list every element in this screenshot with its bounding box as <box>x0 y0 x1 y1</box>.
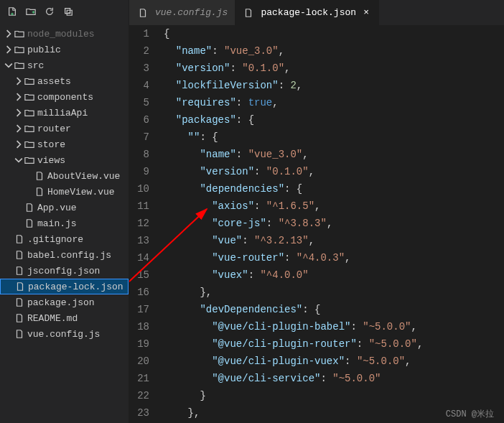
chevron-right-icon[interactable] <box>14 108 23 118</box>
file-icon <box>242 6 255 19</box>
code-line[interactable]: "vuex": "^4.0.0" <box>164 266 504 284</box>
tree-item--gitignore[interactable]: .gitignore <box>0 231 129 247</box>
tree-item-readme-md[interactable]: README.md <box>0 310 129 326</box>
file-icon <box>14 280 27 293</box>
line-number: 21 <box>129 370 149 387</box>
tree-item-label: views <box>37 155 65 166</box>
tree-item-main-js[interactable]: main.js <box>0 215 129 231</box>
folder-icon <box>23 138 36 151</box>
tree-item-components[interactable]: components <box>0 89 129 105</box>
code-line[interactable]: "packages": { <box>164 111 504 129</box>
explorer-toolbar <box>0 0 129 23</box>
editor-main: vue.config.jspackage-lock.json× 12345678… <box>129 0 504 423</box>
code-line[interactable]: "version": "0.1.0", <box>164 163 504 180</box>
file-icon <box>33 185 46 198</box>
tree-item-aboutview-vue[interactable]: AboutView.vue <box>0 168 129 184</box>
code-line[interactable]: { <box>164 25 504 42</box>
new-folder-icon[interactable] <box>24 5 37 18</box>
tree-item-public[interactable]: public <box>0 42 129 57</box>
code-line[interactable]: "vue": "^3.2.13", <box>164 232 504 249</box>
line-number: 4 <box>129 77 149 94</box>
collapse-all-icon[interactable] <box>62 5 75 18</box>
tree-item-label: public <box>27 45 61 55</box>
code-line[interactable]: "version": "0.1.0", <box>164 60 504 77</box>
file-tree: node_modulespublicsrcassetscomponentsmil… <box>0 23 129 423</box>
tree-item-label: App.vue <box>37 203 77 213</box>
code-line[interactable]: "requires": true, <box>164 94 504 111</box>
code-line[interactable]: "@vue/cli-plugin-babel": "~5.0.0", <box>164 318 504 335</box>
line-number: 3 <box>129 60 149 77</box>
tree-item-babel-config-js[interactable]: babel.config.js <box>0 247 129 263</box>
code-line[interactable]: "@vue/cli-plugin-router": "~5.0.0", <box>164 335 504 353</box>
line-number: 16 <box>129 284 149 301</box>
chevron-down-icon[interactable] <box>14 155 23 165</box>
tree-item-package-json[interactable]: package.json <box>0 294 129 310</box>
line-number: 23 <box>129 404 149 422</box>
tree-item-node-modules[interactable]: node_modules <box>0 26 129 42</box>
chevron-right-icon[interactable] <box>14 124 23 134</box>
close-icon[interactable]: × <box>360 7 372 18</box>
line-number: 6 <box>129 111 149 129</box>
tree-item-label: components <box>37 92 93 103</box>
chevron-right-icon[interactable] <box>4 45 13 55</box>
code-line[interactable]: "name": "vue_3.0", <box>164 146 504 163</box>
line-number: 13 <box>129 232 149 249</box>
tree-item-label: router <box>37 124 71 134</box>
line-number: 20 <box>129 353 149 370</box>
code-line[interactable]: "name": "vue_3.0", <box>164 42 504 60</box>
code-line[interactable]: "@vue/cli-plugin-vuex": "~5.0.0", <box>164 353 504 370</box>
tree-item-label: assets <box>37 76 71 87</box>
tree-item-label: src <box>27 60 44 71</box>
tree-item-router[interactable]: router <box>0 121 129 136</box>
chevron-right-icon[interactable] <box>4 29 13 39</box>
tab-vue-config-js[interactable]: vue.config.js <box>129 0 235 25</box>
code-line[interactable]: "devDependencies": { <box>164 301 504 318</box>
line-number: 11 <box>129 197 149 215</box>
tree-item-src[interactable]: src <box>0 57 129 73</box>
code-line[interactable]: "dependencies": { <box>164 180 504 197</box>
tree-item-store[interactable]: store <box>0 136 129 152</box>
line-number: 12 <box>129 215 149 232</box>
chevron-right-icon[interactable] <box>14 76 23 86</box>
tree-item-vue-config-js[interactable]: vue.config.js <box>0 326 129 342</box>
tab-label: package-lock.json <box>261 7 356 18</box>
tree-item-views[interactable]: views <box>0 152 129 168</box>
tree-item-package-lock-json[interactable]: package-lock.json <box>0 279 129 294</box>
code-line[interactable]: "axios": "^1.6.5", <box>164 197 504 215</box>
tree-item-app-vue[interactable]: App.vue <box>0 200 129 215</box>
refresh-icon[interactable] <box>43 5 56 18</box>
tree-item-label: main.js <box>37 218 77 229</box>
tree-item-label: node_modules <box>27 29 95 39</box>
folder-icon <box>23 75 36 88</box>
file-icon <box>23 217 36 230</box>
file-icon <box>13 264 26 277</box>
code-content[interactable]: { "name": "vue_3.0", "version": "0.1.0",… <box>159 25 504 423</box>
file-icon <box>136 6 149 19</box>
line-number: 8 <box>129 146 149 163</box>
chevron-right-icon[interactable] <box>14 139 23 149</box>
code-line[interactable]: "vue-router": "^4.0.3", <box>164 249 504 266</box>
tab-package-lock-json[interactable]: package-lock.json× <box>235 0 379 25</box>
new-file-icon[interactable] <box>6 5 19 18</box>
code-line[interactable]: }, <box>164 284 504 301</box>
tree-item-homeview-vue[interactable]: HomeView.vue <box>0 184 129 200</box>
code-line[interactable]: } <box>164 387 504 404</box>
tree-item-jsconfig-json[interactable]: jsconfig.json <box>0 263 129 279</box>
tree-item-label: .gitignore <box>27 234 83 245</box>
line-gutter: 1234567891011121314151617181920212223 <box>129 25 159 423</box>
code-line[interactable]: "lockfileVersion": 2, <box>164 77 504 94</box>
chevron-right-icon[interactable] <box>14 92 23 102</box>
chevron-down-icon[interactable] <box>4 60 13 70</box>
folder-icon <box>13 27 26 40</box>
line-number: 15 <box>129 266 149 284</box>
file-icon <box>13 312 26 325</box>
tree-item-milliaapi[interactable]: milliaApi <box>0 105 129 121</box>
folder-icon <box>13 59 26 72</box>
code-line[interactable]: "": { <box>164 129 504 146</box>
tree-item-assets[interactable]: assets <box>0 73 129 89</box>
tree-item-label: vue.config.js <box>27 329 100 340</box>
code-line[interactable]: "core-js": "^3.8.3", <box>164 215 504 232</box>
code-line[interactable]: "@vue/cli-service": "~5.0.0" <box>164 370 504 387</box>
file-icon <box>13 296 26 309</box>
tree-item-label: milliaApi <box>37 108 88 118</box>
